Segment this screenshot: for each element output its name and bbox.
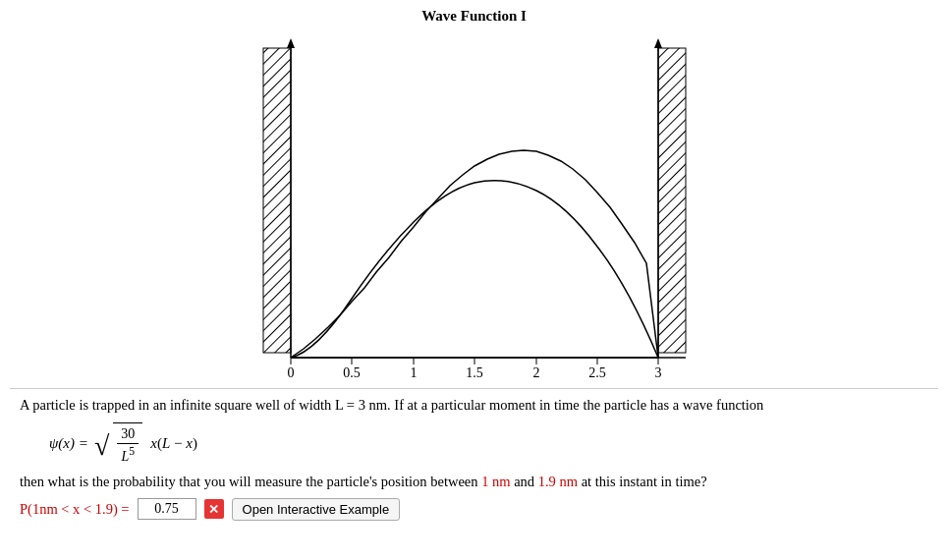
svg-text:2: 2 <box>532 365 539 380</box>
answer-label: P(1nm < x < 1.9) = <box>20 501 130 518</box>
svg-text:1: 1 <box>410 365 417 380</box>
sqrt-fraction: 30 L5 <box>113 422 142 466</box>
svg-text:1.5: 1.5 <box>466 365 483 380</box>
svg-text:0: 0 <box>287 365 294 380</box>
question-line: then what is the probability that you wi… <box>20 472 928 493</box>
svg-text:3: 3 <box>654 365 661 380</box>
answer-value: 0.75 <box>138 498 196 520</box>
page-container: Wave Function I <box>0 0 948 560</box>
svg-text:2.5: 2.5 <box>588 365 606 380</box>
description-text: A particle is trapped in an infinite squ… <box>20 395 928 417</box>
svg-rect-2 <box>263 48 291 353</box>
open-example-button[interactable]: Open Interactive Example <box>232 498 401 521</box>
svg-text:0.5: 0.5 <box>343 365 361 380</box>
description-line1: A particle is trapped in an infinite squ… <box>20 397 763 413</box>
answer-line: P(1nm < x < 1.9) = 0.75 ✕ Open Interacti… <box>20 498 928 521</box>
equation-math: √ 30 L5 x(L − x) <box>94 422 197 466</box>
psi-label: ψ(x) = <box>49 435 88 452</box>
wave-function-chart: 0 0.5 1 1.5 2 2.5 3 <box>209 28 740 382</box>
upper-bound: 1.9 nm <box>538 474 578 489</box>
wave-curve <box>291 181 658 358</box>
clear-button[interactable]: ✕ <box>204 499 224 519</box>
svg-marker-4 <box>287 38 295 48</box>
sqrt-symbol: √ <box>94 432 109 460</box>
equation-rest: x(L − x) <box>150 435 197 452</box>
frac-denominator: L5 <box>117 444 139 466</box>
frac-numerator: 30 <box>117 425 139 444</box>
chart-title: Wave Function I <box>10 8 938 25</box>
svg-rect-5 <box>658 48 686 353</box>
equation-line: ψ(x) = √ 30 L5 x(L − x) <box>49 422 928 466</box>
lower-bound: 1 nm <box>481 474 510 489</box>
description-area: A particle is trapped in an infinite squ… <box>10 388 938 525</box>
chart-area: 0 0.5 1 1.5 2 2.5 3 <box>10 28 938 382</box>
svg-marker-7 <box>654 38 662 48</box>
